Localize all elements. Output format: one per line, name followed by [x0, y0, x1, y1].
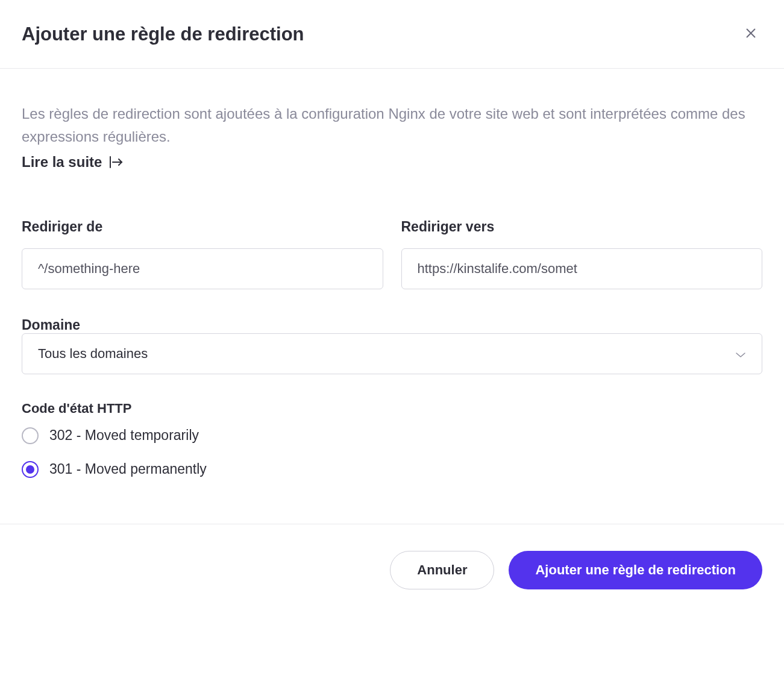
submit-button[interactable]: Ajouter une règle de redirection [509, 551, 762, 589]
domain-selected-value: Tous les domaines [38, 346, 148, 362]
add-redirect-modal: Ajouter une règle de redirection Les règ… [0, 0, 784, 616]
redirect-from-label: Rediriger de [22, 219, 383, 235]
radio-label-302: 302 - Moved temporarily [49, 427, 199, 444]
domain-group: Domaine Tous les domaines [22, 317, 762, 374]
redirect-to-group: Rediriger vers [401, 219, 763, 289]
close-button[interactable] [739, 22, 762, 46]
modal-body: Les règles de redirection sont ajoutées … [0, 69, 784, 524]
radio-icon [22, 427, 39, 444]
cancel-button[interactable]: Annuler [390, 551, 494, 589]
form-row-redirect: Rediriger de Rediriger vers [22, 219, 762, 289]
redirect-to-label: Rediriger vers [401, 219, 763, 235]
external-link-icon [109, 156, 124, 168]
modal-footer: Annuler Ajouter une règle de redirection [0, 524, 784, 616]
modal-title: Ajouter une règle de redirection [22, 24, 304, 45]
chevron-down-icon [735, 346, 746, 362]
radio-label-301: 301 - Moved permanently [49, 461, 207, 477]
status-code-label: Code d'état HTTP [22, 401, 762, 416]
domain-label: Domaine [22, 317, 80, 333]
read-more-link[interactable]: Lire la suite [22, 154, 124, 171]
description-text: Les règles de redirection sont ajoutées … [22, 102, 762, 149]
domain-select[interactable]: Tous les domaines [22, 333, 762, 374]
redirect-from-group: Rediriger de [22, 219, 383, 289]
read-more-label: Lire la suite [22, 154, 102, 171]
redirect-to-input[interactable] [401, 248, 763, 289]
close-icon [744, 27, 757, 42]
radio-icon-selected [22, 461, 39, 478]
modal-header: Ajouter une règle de redirection [0, 0, 784, 69]
radio-option-302[interactable]: 302 - Moved temporarily [22, 427, 762, 444]
status-code-group: Code d'état HTTP 302 - Moved temporarily… [22, 401, 762, 478]
radio-option-301[interactable]: 301 - Moved permanently [22, 461, 762, 478]
redirect-from-input[interactable] [22, 248, 383, 289]
